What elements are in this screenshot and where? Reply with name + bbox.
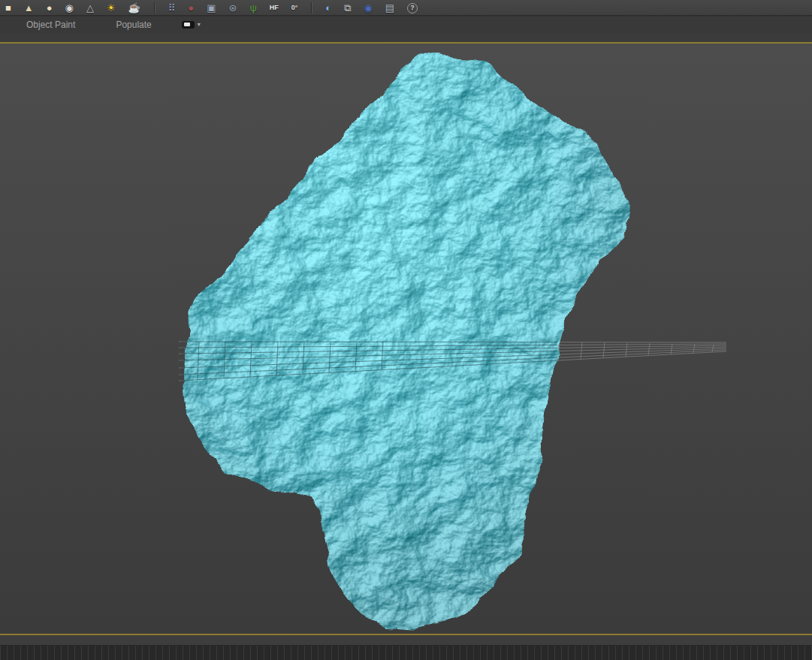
- scene-orb-icon[interactable]: ◉: [364, 3, 372, 13]
- tab-object-paint[interactable]: Object Paint: [26, 20, 75, 30]
- track-bar[interactable]: [0, 646, 812, 660]
- paint-sphere-icon[interactable]: ●: [188, 3, 194, 13]
- sunlight-icon[interactable]: ☀: [107, 3, 116, 13]
- ribbon-gap: [0, 34, 812, 42]
- sphere-icon[interactable]: ●: [47, 3, 53, 13]
- viewport-layout-icon[interactable]: ⧉: [344, 3, 351, 13]
- angle-icon[interactable]: 0°: [291, 5, 298, 11]
- array-scatter-icon[interactable]: ⠿: [168, 3, 176, 13]
- toolbar-separator: [154, 2, 155, 14]
- tab-populate[interactable]: Populate: [116, 20, 151, 30]
- chevron-down-icon: ▾: [198, 22, 201, 28]
- 3dsmax-window: ■▲●◉△☀☕⠿●▣⊛ψHF0°◐⧉◉▤? Object Paint Popul…: [0, 0, 812, 660]
- pyramid-icon[interactable]: △: [86, 3, 94, 13]
- help-icon[interactable]: ?: [407, 3, 418, 14]
- display-monitor-icon[interactable]: ▤: [385, 3, 394, 13]
- image-plane-icon[interactable]: ▣: [207, 3, 216, 13]
- standard-box-icon[interactable]: ■: [5, 3, 11, 13]
- main-toolbar: ■▲●◉△☀☕⠿●▣⊛ψHF0°◐⧉◉▤?: [0, 0, 812, 16]
- shaded-sphere-icon[interactable]: ◐: [325, 3, 331, 13]
- status-gap: [0, 635, 812, 646]
- viewport[interactable]: [0, 44, 812, 634]
- geosphere-icon[interactable]: ◉: [65, 3, 74, 13]
- viewport-canvas[interactable]: [0, 44, 812, 634]
- cone-icon[interactable]: ▲: [24, 3, 34, 13]
- teapot-icon[interactable]: ☕: [128, 3, 140, 13]
- gear-flower-icon[interactable]: ⊛: [229, 3, 237, 13]
- foliage-icon[interactable]: ψ: [249, 3, 256, 13]
- ribbon-tab-row: Object Paint Populate ▾: [0, 16, 812, 34]
- ribbon-toggle-icon: [182, 21, 195, 29]
- height-field-icon[interactable]: HF: [270, 5, 279, 11]
- rock-mesh-object[interactable]: [183, 56, 629, 629]
- ribbon-display-toggle[interactable]: ▾: [182, 21, 201, 29]
- toolbar-separator: [311, 2, 312, 14]
